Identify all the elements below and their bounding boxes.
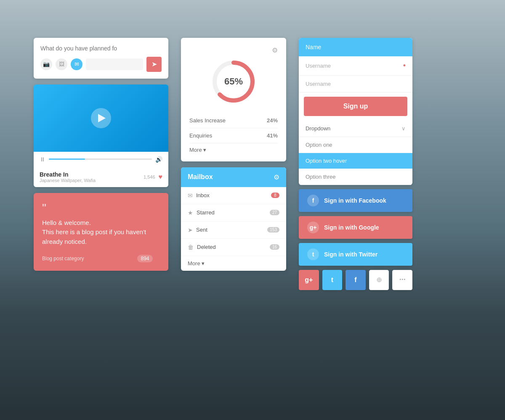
post-card: 📷 🖼 ✉ ➤ [34,38,168,79]
name-field[interactable]: Name [299,38,412,56]
progress-bar[interactable] [49,158,152,160]
gear-icon[interactable]: ⚙ [189,46,278,54]
mailbox-more-link[interactable]: More ▾ [181,256,286,271]
play-button[interactable] [91,108,111,128]
mail-item-starred[interactable]: ★ Starred 27 [181,204,286,222]
blog-heart-icon[interactable]: ♥ [156,255,160,262]
video-title: Breathe In [40,171,96,178]
inbox-label: Inbox [196,192,210,198]
twitter-icon: t [307,248,319,260]
facebook-icon-button[interactable]: f [346,270,366,290]
twitter-signin-button[interactable]: t Sign in with Twitter [299,243,412,266]
pause-icon[interactable]: ⏸ [40,156,45,163]
google-icon: g+ [307,222,319,233]
stats-more-link[interactable]: More ▾ [189,143,278,153]
inbox-icon: ✉ [188,192,193,199]
video-card: ⏸ 🔊 Breathe In Japanese Wallpaper, Wafia… [34,85,168,187]
option-one[interactable]: Option one [299,137,412,153]
donut-label: 65% [224,76,243,87]
deleted-label: Deleted [197,244,216,250]
blog-count: 894 [137,255,152,262]
stats-enquiries-label: Enquiries [189,132,212,139]
more-icon-button[interactable]: ··· [392,270,412,290]
quote-icon: " [42,201,160,215]
stats-card: ⚙ 65% Sales Increase 24% Enquiries 41% M… [181,38,286,161]
blog-category: Blog post category [42,256,84,262]
video-info: Breathe In Japanese Wallpaper, Wafia 1,5… [34,167,168,187]
mail-deleted-left: 🗑 Deleted [188,244,216,251]
username-field[interactable]: Username • [299,56,412,76]
chevron-down-icon: ∨ [401,125,406,132]
sent-count: 153 [267,227,279,232]
mail-icon[interactable]: ✉ [71,58,82,70]
inbox-count: 8 [271,193,279,198]
volume-icon[interactable]: 🔊 [155,156,162,163]
mailbox-header: Mailbox ⚙ [181,167,286,187]
mailbox-title: Mailbox [188,173,213,181]
column-2: ⚙ 65% Sales Increase 24% Enquiries 41% M… [181,38,286,271]
sent-icon: ➤ [188,227,193,233]
dribbble-icon-button[interactable]: ⊕ [369,270,389,290]
photo-icon[interactable]: 🖼 [56,58,67,70]
stats-row-sales: Sales Increase 24% [189,113,278,128]
blog-text: Hello & welcome.This here is a blog post… [42,218,160,247]
mail-inbox-left: ✉ Inbox [188,192,210,199]
starred-count: 27 [270,210,279,215]
column-3: Name Username • Username Sign up Dropdow… [299,38,412,290]
mail-item-sent[interactable]: ➤ Sent 153 [181,222,286,239]
form-card: Name Username • Username Sign up Dropdow… [299,38,412,185]
username-plain-field[interactable]: Username [299,76,412,92]
blog-footer: Blog post category 894 ♥ [42,255,160,262]
sent-label: Sent [196,227,207,233]
blog-card: " Hello & welcome.This here is a blog po… [34,193,168,271]
mailbox-card: Mailbox ⚙ ✉ Inbox 8 ★ Starred 27 ➤ [181,167,286,271]
mail-sent-left: ➤ Sent [188,227,207,233]
mail-starred-left: ★ Starred [188,209,215,216]
option-three[interactable]: Option three [299,169,412,185]
video-meta: 1,546 ♥ [144,173,162,181]
required-indicator: • [403,61,406,70]
mail-item-deleted[interactable]: 🗑 Deleted 16 [181,239,286,256]
post-text-area[interactable] [86,58,143,70]
stats-sales-value: 24% [267,117,278,124]
camera-icon[interactable]: 📷 [40,58,52,70]
stats-enquiries-value: 41% [267,132,278,139]
social-icons-row: g+ t f ⊕ ··· [299,270,412,290]
stats-row-enquiries: Enquiries 41% [189,128,278,143]
video-thumbnail [34,85,168,152]
stats-sales-label: Sales Increase [189,117,226,124]
twitter-label: Sign in with Twitter [324,251,377,258]
video-count: 1,546 [144,174,155,180]
facebook-icon: f [307,195,319,206]
dropdown-label: Dropdown [306,125,330,132]
google-signin-button[interactable]: g+ Sign in with Google [299,216,412,239]
option-two[interactable]: Option two hover [299,153,412,169]
progress-fill [49,158,85,160]
donut-visual: 65% [210,58,257,105]
video-artist: Japanese Wallpaper, Wafia [40,178,96,183]
blog-stats: 894 ♥ [137,255,160,262]
trash-icon: 🗑 [188,244,194,251]
google-plus-icon-button[interactable]: g+ [299,270,319,290]
mail-item-inbox[interactable]: ✉ Inbox 8 [181,187,286,204]
google-label: Sign in with Google [324,224,379,231]
deleted-count: 16 [270,244,279,250]
post-input[interactable] [40,45,162,52]
post-actions: 📷 🖼 ✉ ➤ [40,57,162,72]
video-controls: ⏸ 🔊 [34,152,168,167]
send-button[interactable]: ➤ [146,57,162,72]
dropdown-field[interactable]: Dropdown ∨ [299,120,412,137]
twitter-icon-button[interactable]: t [322,270,343,290]
star-icon: ★ [188,209,193,216]
play-triangle-icon [98,114,106,122]
starred-label: Starred [197,209,215,216]
facebook-label: Sign in with Facebook [324,197,386,204]
mailbox-gear-icon[interactable]: ⚙ [274,173,279,181]
name-label: Name [306,44,321,50]
username-label: Username [306,63,331,69]
heart-icon[interactable]: ♥ [159,173,163,181]
facebook-signin-button[interactable]: f Sign in with Facebook [299,189,412,212]
signup-button[interactable]: Sign up [304,97,407,116]
video-details: Breathe In Japanese Wallpaper, Wafia [40,171,96,183]
donut-chart: 65% [189,58,278,105]
